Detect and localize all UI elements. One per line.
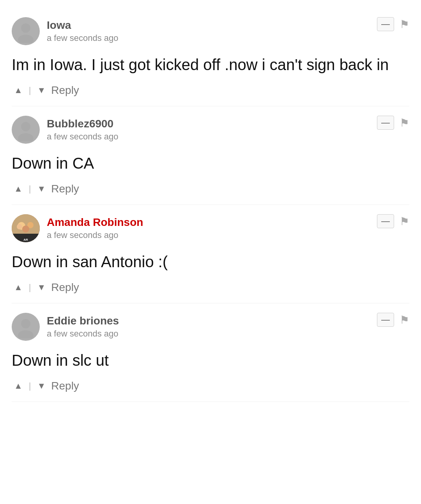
comment-meta: Bubblez6900 a few seconds ago — [47, 118, 118, 142]
svg-text:AR: AR — [23, 238, 28, 241]
svg-point-9 — [17, 224, 22, 229]
upvote-button[interactable]: ▲ — [12, 182, 25, 196]
upvote-button[interactable]: ▲ — [12, 281, 25, 294]
reply-button[interactable]: Reply — [48, 181, 82, 197]
comment-header-left: Bubblez6900 a few seconds ago — [12, 116, 118, 144]
comment-footer: ▲ | ▼ Reply — [12, 181, 409, 197]
avatar-photo-icon: AR — [12, 214, 40, 242]
comment-body: Down in san Antonio :( — [12, 248, 409, 280]
comment-meta: Amanda Robinson a few seconds ago — [47, 216, 143, 240]
timestamp: a few seconds ago — [47, 33, 118, 43]
upvote-button[interactable]: ▲ — [12, 84, 25, 97]
comment-item: AR Amanda Robinson a few seconds ago — ⚑… — [12, 205, 409, 303]
default-avatar-icon — [14, 19, 37, 43]
collapse-button[interactable]: — — [377, 116, 394, 130]
divider: | — [29, 85, 31, 95]
comment-meta: Iowa a few seconds ago — [47, 19, 118, 43]
downvote-button[interactable]: ▼ — [35, 379, 48, 393]
comment-header-left: Iowa a few seconds ago — [12, 17, 118, 45]
timestamp: a few seconds ago — [47, 329, 119, 339]
default-avatar-icon — [14, 315, 37, 338]
collapse-button[interactable]: — — [377, 214, 394, 228]
divider: | — [29, 282, 31, 293]
comment-meta: Eddie briones a few seconds ago — [47, 315, 119, 339]
username: Eddie briones — [47, 315, 119, 327]
downvote-button[interactable]: ▼ — [35, 84, 48, 97]
comment-footer: ▲ | ▼ Reply — [12, 378, 409, 394]
downvote-button[interactable]: ▼ — [35, 281, 48, 294]
flag-icon[interactable]: ⚑ — [400, 116, 409, 129]
comment-body: Im in Iowa. I just got kicked off .now i… — [12, 51, 409, 83]
svg-point-12 — [18, 330, 34, 338]
comment-header: AR Amanda Robinson a few seconds ago — ⚑ — [12, 214, 409, 242]
divider: | — [29, 184, 31, 194]
comment-header: Bubblez6900 a few seconds ago — ⚑ — [12, 116, 409, 144]
svg-point-0 — [21, 23, 30, 33]
svg-point-2 — [21, 122, 30, 131]
timestamp: a few seconds ago — [47, 132, 118, 142]
comment-footer: ▲ | ▼ Reply — [12, 83, 409, 98]
comment-header-left: Eddie briones a few seconds ago — [12, 313, 119, 341]
divider: | — [29, 381, 31, 391]
default-avatar-icon — [14, 118, 37, 141]
svg-point-1 — [18, 35, 34, 43]
avatar — [12, 17, 40, 45]
reply-button[interactable]: Reply — [48, 83, 82, 98]
comment-item: Bubblez6900 a few seconds ago — ⚑ Down i… — [12, 106, 409, 205]
reply-button[interactable]: Reply — [48, 280, 82, 295]
flag-icon[interactable]: ⚑ — [400, 215, 409, 228]
comment-item: Eddie briones a few seconds ago — ⚑ Down… — [12, 303, 409, 402]
flag-icon[interactable]: ⚑ — [400, 314, 409, 326]
reply-button[interactable]: Reply — [48, 378, 82, 394]
comment-footer: ▲ | ▼ Reply — [12, 280, 409, 295]
username: Amanda Robinson — [47, 216, 143, 229]
comment-header: Eddie briones a few seconds ago — ⚑ — [12, 313, 409, 341]
avatar-photo: AR — [12, 214, 40, 242]
comment-actions-right: — ⚑ — [377, 17, 409, 31]
comment-actions-right: — ⚑ — [377, 214, 409, 228]
svg-point-3 — [18, 133, 34, 141]
svg-point-11 — [21, 319, 30, 328]
avatar — [12, 313, 40, 341]
comment-actions-right: — ⚑ — [377, 116, 409, 130]
comment-body: Down in CA — [12, 150, 409, 181]
svg-point-7 — [22, 226, 29, 233]
comment-actions-right: — ⚑ — [377, 313, 409, 327]
comment-header: Iowa a few seconds ago — ⚑ — [12, 17, 409, 45]
username: Iowa — [47, 19, 118, 32]
comment-body: Down in slc ut — [12, 347, 409, 378]
comment-list: Iowa a few seconds ago — ⚑ Im in Iowa. I… — [0, 0, 421, 410]
timestamp: a few seconds ago — [47, 230, 143, 240]
comment-item: Iowa a few seconds ago — ⚑ Im in Iowa. I… — [12, 8, 409, 106]
avatar: AR — [12, 214, 40, 242]
username: Bubblez6900 — [47, 118, 118, 130]
flag-icon[interactable]: ⚑ — [400, 18, 409, 31]
comment-header-left: AR Amanda Robinson a few seconds ago — [12, 214, 143, 242]
collapse-button[interactable]: — — [377, 17, 394, 31]
avatar — [12, 116, 40, 144]
upvote-button[interactable]: ▲ — [12, 379, 25, 393]
downvote-button[interactable]: ▼ — [35, 182, 48, 196]
collapse-button[interactable]: — — [377, 313, 394, 327]
